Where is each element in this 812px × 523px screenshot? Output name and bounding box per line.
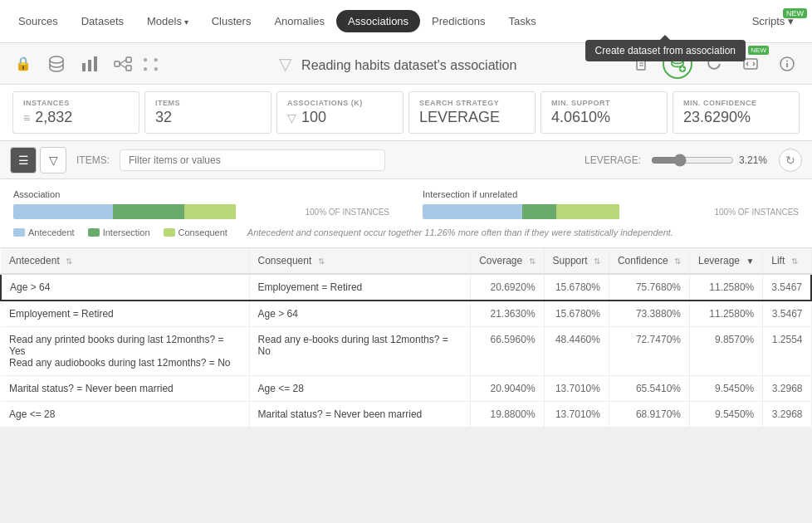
lock-icon[interactable]: 🔒 [10,51,37,77]
table-row[interactable]: Age > 64 Employement = Retired 20.6920% … [1,274,811,301]
results-table-wrap: Antecedent ⇅ Consequent ⇅ Coverage ⇅ Sup… [0,248,812,428]
cell-support: 48.4460% [544,327,609,376]
antecedent-segment [13,204,113,219]
nav-anomalies[interactable]: Anomalies [262,10,336,32]
stat-items: ITEMS 32 [144,91,271,134]
flow-icon[interactable] [110,51,136,77]
stat-instances: INSTANCES ≡ 2,832 [12,91,139,134]
cell-lift: 1.2554 [763,327,811,376]
cell-confidence: 72.7470% [609,327,689,376]
int-consequent-segment [556,204,619,219]
cell-confidence: 73.3880% [609,301,689,327]
svg-line-20 [753,62,755,64]
dataset-icon[interactable] [43,51,70,77]
coverage-sort-icon: ⇅ [529,257,536,266]
cell-leverage: 9.5450% [689,402,762,428]
table-row[interactable]: Age <= 28 Marital status? = Never been m… [1,402,811,428]
chart-section: Association 100% OF INSTANCES Intersecti… [0,179,812,248]
filter-icons: ☰ ▽ [10,147,66,174]
more-icon[interactable]: ● ● ● ● [143,51,169,77]
col-leverage[interactable]: Leverage ▼ [689,248,762,274]
nav-sources[interactable]: Sources [7,10,70,32]
intersection-segment [113,204,184,219]
nav-scripts[interactable]: Scripts ▾ NEW [741,10,805,32]
svg-rect-1 [82,63,86,71]
cell-lift: 3.2968 [763,376,811,402]
leverage-label: LEVERAGE: [585,154,641,166]
nav-predictions[interactable]: Predictions [420,10,496,32]
support-sort-icon: ⇅ [594,257,600,266]
col-coverage[interactable]: Coverage ⇅ [471,248,544,274]
chart-icon[interactable] [76,51,103,77]
svg-line-8 [120,64,126,68]
svg-line-18 [746,62,748,64]
leverage-slider[interactable] [651,154,734,167]
svg-point-0 [50,56,63,63]
chart-legend: Antecedent Intersection Consequent Antec… [13,227,799,237]
intersection-chart: Intersection if unrelated 100% OF INSTAN… [423,189,799,222]
filter-button[interactable]: ▽ [40,147,66,174]
col-confidence[interactable]: Confidence ⇅ [609,248,689,274]
confidence-sort-icon: ⇅ [674,257,681,266]
items-label: ITEMS: [76,154,110,166]
svg-rect-5 [126,57,131,62]
cell-leverage: 11.2580% [689,274,762,301]
table-header-row: Antecedent ⇅ Consequent ⇅ Coverage ⇅ Sup… [1,248,811,274]
col-lift[interactable]: Lift ⇅ [763,248,811,274]
intersection-chart-title: Intersection if unrelated [423,189,799,199]
svg-line-7 [120,60,126,64]
svg-rect-3 [94,56,97,71]
refresh-filter-button[interactable]: ↻ [779,149,802,172]
nav-clusters[interactable]: Clusters [200,10,263,32]
cell-antecedent: Age > 64 [1,274,249,301]
svg-line-19 [746,64,748,66]
cell-coverage: 21.3630% [471,301,544,327]
consequent-sort-icon: ⇅ [318,257,325,266]
tooltip: Create dataset from association [585,40,746,61]
cell-confidence: 65.5410% [609,376,689,402]
info-icon[interactable] [772,49,802,79]
table-row[interactable]: Employement = Retired Age > 64 21.3630% … [1,301,811,327]
svg-rect-4 [115,61,120,66]
nav-associations[interactable]: Associations [336,10,420,32]
cell-confidence: 68.9170% [609,402,689,428]
lift-sort-icon: ⇅ [791,257,798,266]
cell-antecedent: Employement = Retired [1,301,249,327]
cell-consequent: Read any e-books during last 12months? =… [249,327,471,376]
list-view-button[interactable]: ☰ [10,147,37,174]
embed-new-badge: NEW [748,46,769,55]
filter-bar: ☰ ▽ ITEMS: LEVERAGE: 3.21% ↻ [0,141,812,179]
association-chart-title: Association [13,189,389,199]
cell-leverage: 9.5450% [689,376,762,402]
cell-consequent: Employement = Retired [249,274,471,301]
cell-lift: 3.5467 [763,301,811,327]
cell-coverage: 19.8800% [471,402,544,428]
table-row[interactable]: Marital status? = Never been married Age… [1,376,811,402]
chart-description: Antecedent and consequent occur together… [247,227,673,237]
items-filter-input[interactable] [120,149,385,171]
nav-models[interactable]: Models [135,10,200,32]
nav-tasks[interactable]: Tasks [496,10,547,32]
nav-datasets[interactable]: Datasets [70,10,135,32]
antecedent-color [13,228,25,237]
col-consequent[interactable]: Consequent ⇅ [249,248,471,274]
consequent-segment [184,204,236,219]
svg-line-21 [753,64,755,66]
intersection-color [88,228,100,237]
cell-consequent: Marital status? = Never been married [249,402,471,428]
stats-bar: INSTANCES ≡ 2,832 ITEMS 32 ASSOCIATIONS … [0,85,812,141]
int-intersection-segment [522,204,556,219]
funnel-icon: ▽ [279,55,291,73]
table-row[interactable]: Read any printed books during last 12mon… [1,327,811,376]
leverage-sort-icon: ▼ [746,257,754,266]
toolbar-title: ▽ Reading habits dataset's association [176,54,619,74]
cell-support: 15.6780% [544,274,609,301]
leverage-value: 3.21% [739,154,769,166]
association-pct: 100% OF INSTANCES [305,208,389,217]
col-support[interactable]: Support ⇅ [544,248,609,274]
cell-consequent: Age <= 28 [249,376,471,402]
stat-min-support: MIN. SUPPORT 4.0610% [541,91,668,134]
col-antecedent[interactable]: Antecedent ⇅ [1,248,249,274]
cell-coverage: 20.6920% [471,274,544,301]
association-chart: Association 100% OF INSTANCES [13,189,389,222]
